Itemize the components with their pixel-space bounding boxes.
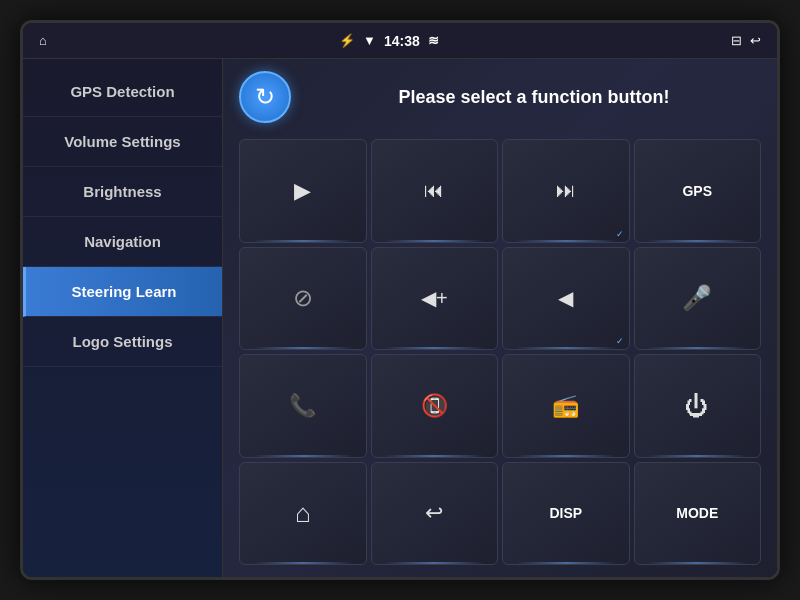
btn-mode[interactable]: MODE: [634, 462, 762, 566]
btn-back[interactable]: ↩: [371, 462, 499, 566]
function-panel: ↻ Please select a function button! ▶ ⏮ ⏭…: [223, 59, 777, 577]
signal-icon: ≋: [428, 33, 439, 48]
status-bar: ⌂ ⚡ ▼ 14:38 ≋ ⊟ ↩: [23, 23, 777, 59]
disp-label: DISP: [549, 505, 582, 521]
back-icon[interactable]: ↩: [750, 33, 761, 48]
btn-play[interactable]: ▶: [239, 139, 367, 243]
refresh-button[interactable]: ↻: [239, 71, 291, 123]
home-btn-icon: ⌂: [295, 498, 311, 529]
btn-next[interactable]: ⏭ ✓: [502, 139, 630, 243]
phone-call-icon: 📞: [289, 393, 316, 419]
radio-icon: 📻: [552, 393, 579, 419]
next-icon: ⏭: [556, 179, 576, 202]
btn-phone-end[interactable]: 📵: [371, 354, 499, 458]
btn-phone-call[interactable]: 📞: [239, 354, 367, 458]
btn-mic[interactable]: 🎤: [634, 247, 762, 351]
status-left: ⌂: [39, 33, 47, 48]
sidebar-item-brightness[interactable]: Brightness: [23, 167, 222, 217]
sidebar-item-navigation[interactable]: Navigation: [23, 217, 222, 267]
status-center: ⚡ ▼ 14:38 ≋: [339, 33, 439, 49]
btn-home[interactable]: ⌂: [239, 462, 367, 566]
mode-label: MODE: [676, 505, 718, 521]
mic-icon: 🎤: [682, 284, 712, 312]
main-content: GPS Detection Volume Settings Brightness…: [23, 59, 777, 577]
no-entry-icon: ⊘: [293, 284, 313, 312]
time-display: 14:38: [384, 33, 420, 49]
home-icon[interactable]: ⌂: [39, 33, 47, 48]
window-icon[interactable]: ⊟: [731, 33, 742, 48]
btn-gps[interactable]: GPS: [634, 139, 762, 243]
device-frame: ⌂ ⚡ ▼ 14:38 ≋ ⊟ ↩ GPS Detection Volume S…: [20, 20, 780, 580]
btn-vol-down[interactable]: ◀ ✓: [502, 247, 630, 351]
panel-title: Please select a function button!: [307, 87, 761, 108]
status-right: ⊟ ↩: [731, 33, 761, 48]
sidebar-item-gps-detection[interactable]: GPS Detection: [23, 67, 222, 117]
sidebar: GPS Detection Volume Settings Brightness…: [23, 59, 223, 577]
vol-down-icon: ◀: [558, 286, 573, 310]
sidebar-item-volume-settings[interactable]: Volume Settings: [23, 117, 222, 167]
bluetooth-icon: ⚡: [339, 33, 355, 48]
panel-header: ↻ Please select a function button!: [239, 71, 761, 123]
btn-no-entry[interactable]: ⊘: [239, 247, 367, 351]
btn-prev[interactable]: ⏮: [371, 139, 499, 243]
prev-icon: ⏮: [424, 179, 444, 202]
vol-down-checkmark: ✓: [616, 336, 624, 346]
gps-label: GPS: [682, 183, 712, 199]
btn-vol-up[interactable]: ◀+: [371, 247, 499, 351]
sidebar-item-logo-settings[interactable]: Logo Settings: [23, 317, 222, 367]
back-btn-icon: ↩: [425, 500, 443, 526]
power-icon: ⏻: [685, 392, 709, 420]
vol-up-icon: ◀+: [421, 286, 448, 310]
btn-power[interactable]: ⏻: [634, 354, 762, 458]
btn-disp[interactable]: DISP: [502, 462, 630, 566]
button-grid: ▶ ⏮ ⏭ ✓ GPS ⊘: [239, 139, 761, 565]
play-icon: ▶: [294, 178, 311, 204]
wifi-icon: ▼: [363, 33, 376, 48]
sidebar-item-steering-learn[interactable]: Steering Learn: [23, 267, 222, 317]
phone-end-icon: 📵: [421, 393, 448, 419]
btn-radio[interactable]: 📻: [502, 354, 630, 458]
next-checkmark: ✓: [616, 229, 624, 239]
